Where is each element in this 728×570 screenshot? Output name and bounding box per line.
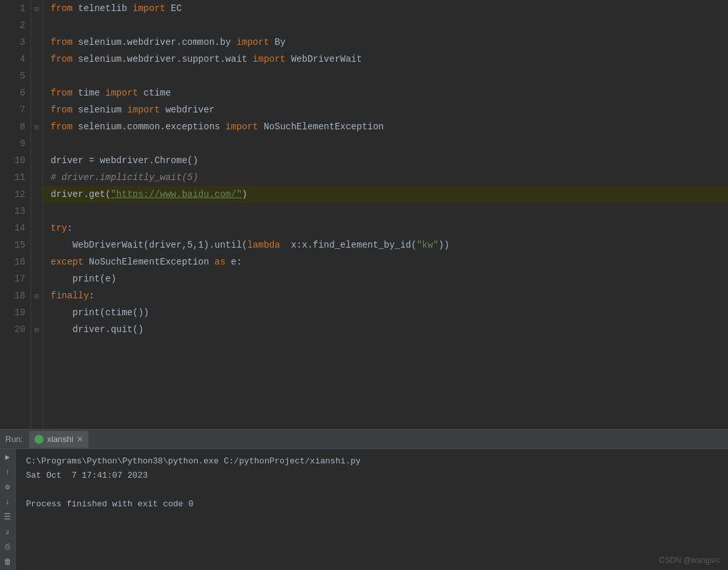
keyword: finally <box>51 287 89 304</box>
line-number: 16 <box>8 253 25 270</box>
keyword: from <box>51 34 73 51</box>
keyword: try <box>51 220 67 237</box>
code-line: # driver.implicitly_wait(5) <box>43 169 728 186</box>
identifier: print(e) <box>51 270 116 287</box>
line-number: 8 <box>8 118 25 135</box>
console-line: Sat Oct 7 17:41:07 2023 <box>26 469 718 483</box>
keyword: from <box>51 118 73 135</box>
fold-marker[interactable]: ⊟ <box>31 0 42 17</box>
identifier: time <box>73 84 105 101</box>
scroll-down-button[interactable]: ↓ <box>2 497 14 508</box>
bottom-panel: Run: xianshi ✕ ▶ ↑ ⚙ ↓ ☰ ⇓ ⎙ 🗑 C:\Progra… <box>0 429 728 570</box>
code-line: from telnetlib import EC <box>43 0 728 17</box>
fold-marker[interactable]: ⊟ <box>31 287 42 304</box>
fold-marker <box>31 17 42 34</box>
identifier: driver.quit() <box>51 321 144 338</box>
print-icon[interactable]: ⎙ <box>2 541 14 552</box>
watermark: CSDN @wangsrc <box>659 556 720 565</box>
fold-marker <box>31 220 42 237</box>
identifier: NoSuchElementException <box>83 253 214 270</box>
fold-marker <box>31 34 42 51</box>
code-line: try: <box>43 220 728 237</box>
line-number: 14 <box>8 220 25 237</box>
code-content[interactable]: from telnetlib import EC from selenium.w… <box>43 0 728 429</box>
identifier: : <box>67 220 72 237</box>
lambda-keyword: lambda <box>247 237 280 253</box>
code-line <box>43 135 728 152</box>
comment: # driver.implicitly_wait(5) <box>51 169 198 186</box>
line-number: 20 <box>8 321 25 338</box>
fold-marker <box>31 253 42 270</box>
fold-marker <box>31 304 42 321</box>
line-numbers: 1234567891011121314151617181920 <box>0 0 31 429</box>
fold-marker <box>31 169 42 186</box>
string-literal: "kw" <box>417 237 439 253</box>
fold-marker[interactable]: ⊟ <box>31 118 42 135</box>
play-button[interactable]: ▶ <box>2 452 14 463</box>
line-number: 15 <box>8 237 25 253</box>
console-line <box>26 483 718 497</box>
close-icon[interactable]: ✕ <box>77 435 83 444</box>
line-number: 4 <box>8 51 25 68</box>
line-number: 12 <box>8 186 25 203</box>
fold-marker <box>31 84 42 101</box>
line-number: 1 <box>8 0 25 17</box>
settings-icon[interactable]: ⚙ <box>2 482 14 493</box>
identifier: WebDriverWait <box>285 51 362 68</box>
fold-marker <box>31 203 42 220</box>
identifier: telnetlib <box>73 0 133 17</box>
line-number: 13 <box>8 203 25 220</box>
keyword: import <box>105 84 138 101</box>
code-line: finally: <box>43 287 728 304</box>
identifier: selenium.common.exceptions <box>73 118 226 135</box>
identifier: selenium.webdriver.support.wait <box>73 51 253 68</box>
identifier: selenium <box>73 101 127 118</box>
identifier: NoSuchElementException <box>258 118 384 135</box>
code-line <box>43 68 728 84</box>
fold-marker <box>31 135 42 152</box>
fold-marker <box>31 51 42 68</box>
code-line: WebDriverWait(driver,5,1).until(lambda x… <box>43 237 728 253</box>
line-number: 6 <box>8 84 25 101</box>
keyword: import <box>253 51 285 68</box>
delete-icon[interactable]: 🗑 <box>2 556 14 567</box>
keyword: import <box>133 0 165 17</box>
keyword: from <box>51 0 73 17</box>
keyword: import <box>237 34 269 51</box>
identifier: selenium.webdriver.common.by <box>73 34 237 51</box>
identifier: )) <box>439 237 450 253</box>
code-line: from selenium import webdriver <box>43 101 728 118</box>
identifier: By <box>269 34 285 51</box>
scroll-up-button[interactable]: ↑ <box>2 467 14 478</box>
fold-marker <box>31 101 42 118</box>
keyword: import <box>226 118 258 135</box>
identifier: e: <box>226 253 242 270</box>
align-icon[interactable]: ☰ <box>2 512 14 523</box>
fold-marker[interactable]: ⊟ <box>31 321 42 338</box>
run-tab[interactable]: xianshi ✕ <box>29 431 88 448</box>
identifier: driver = webdriver.Chrome() <box>51 152 198 169</box>
line-number: 3 <box>8 34 25 51</box>
fold-marker <box>31 152 42 169</box>
line-number: 5 <box>8 68 25 84</box>
string-url: "https://www.baidu.com/" <box>110 186 242 203</box>
console-line: C:\Programs\Python\Python38\python.exe C… <box>26 454 718 469</box>
code-line <box>43 203 728 220</box>
run-tab-icon <box>34 435 44 444</box>
align-bottom-icon[interactable]: ⇓ <box>2 526 14 538</box>
editor-area: 1234567891011121314151617181920 ⊟⊟⊟⊟ fro… <box>0 0 728 429</box>
keyword: from <box>51 84 73 101</box>
console-line: Process finished with exit code 0 <box>26 497 718 512</box>
keyword: from <box>51 51 73 68</box>
line-number: 19 <box>8 304 25 321</box>
keyword: import <box>127 101 160 118</box>
line-number: 9 <box>8 135 25 152</box>
code-line: except NoSuchElementException as e: <box>43 253 728 270</box>
code-line: from selenium.common.exceptions import N… <box>43 118 728 135</box>
fold-marker <box>31 186 42 203</box>
code-line: print(e) <box>43 270 728 287</box>
line-number: 11 <box>8 169 25 186</box>
code-line: driver = webdriver.Chrome() <box>43 152 728 169</box>
line-number: 2 <box>8 17 25 34</box>
identifier: ctime <box>138 84 170 101</box>
